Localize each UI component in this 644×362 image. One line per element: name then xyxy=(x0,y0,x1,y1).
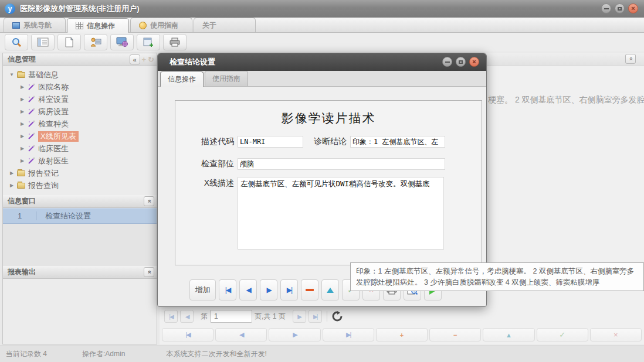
close-icon: × xyxy=(472,59,476,65)
dialog-last-button[interactable]: ▶| xyxy=(280,279,298,300)
maximize-icon xyxy=(618,7,622,11)
tree-label: 科室设置 xyxy=(38,94,69,105)
dialog-close-button[interactable]: × xyxy=(469,57,479,67)
record-first-button[interactable]: |◀ xyxy=(162,328,213,341)
record-prev-button[interactable]: ◀ xyxy=(215,328,267,341)
chevron-up-icon: » xyxy=(145,200,152,203)
tab-user-guide[interactable]: 使用指南 xyxy=(130,18,192,32)
conclusion-input[interactable] xyxy=(350,136,445,148)
tree-label: 医院名称 xyxy=(38,82,69,93)
expand-arrow-icon[interactable]: ▶ xyxy=(19,109,25,114)
minimize-icon xyxy=(604,8,609,9)
pager-first-button[interactable]: |◀ xyxy=(164,310,178,323)
collapse-section-button[interactable]: » xyxy=(144,267,154,277)
main-toolbar xyxy=(0,33,644,52)
tree-label: 病房设置 xyxy=(38,107,69,117)
pager-prev-button[interactable]: ◀ xyxy=(180,310,194,323)
record-confirm-button[interactable]: ✓ xyxy=(537,328,588,341)
tree-item-hospital-name[interactable]: ▶ 医院名称 xyxy=(3,81,157,93)
tree-item-report-query[interactable]: ▶ 报告查询 xyxy=(3,179,157,192)
record-last-button[interactable]: ▶| xyxy=(323,328,374,341)
expand-arrow-icon[interactable]: ▶ xyxy=(9,170,15,176)
app-title: 医院影像放射管理系统(非注册用户) xyxy=(20,4,140,14)
tree-item-xray-findings[interactable]: ▶ X线所见表 xyxy=(3,130,157,142)
dialog-delete-button[interactable] xyxy=(301,279,318,300)
expand-arrow-icon[interactable]: ▶ xyxy=(9,183,15,188)
tab-system-nav[interactable]: 系统导航 xyxy=(4,18,66,32)
add-record-button[interactable]: 增加 xyxy=(189,279,216,300)
minimize-icon xyxy=(445,62,450,63)
expand-arrow-icon[interactable]: ▶ xyxy=(19,121,25,127)
monitor-globe-button[interactable] xyxy=(110,34,134,50)
collapse-panel-button[interactable]: « xyxy=(130,54,140,64)
expand-arrow-icon[interactable]: ▼ xyxy=(9,72,15,77)
dialog-next-button[interactable]: ▶ xyxy=(260,279,277,300)
pager-last-button[interactable]: ▶| xyxy=(309,310,322,323)
info-window-row[interactable]: 1 检查结论设置 xyxy=(3,208,157,224)
printer-button[interactable] xyxy=(163,34,187,50)
search-icon xyxy=(11,37,22,47)
tree-label: 临床医生 xyxy=(38,144,69,154)
dialog-edit-button[interactable] xyxy=(321,279,339,300)
info-mgmt-header: 信息管理 « + ↻ xyxy=(3,53,157,66)
dialog-titlebar[interactable]: 检查结论设置 × xyxy=(158,53,486,71)
xray-desc-textarea[interactable]: 左侧基底节区、左额可见片状DWI稍高信号改变。双侧基底 xyxy=(238,177,444,250)
expand-arrow-icon[interactable]: ▶ xyxy=(19,84,25,90)
refresh-icon[interactable]: ↻ xyxy=(148,55,154,64)
add-icon[interactable]: + xyxy=(142,55,147,64)
expand-arrow-icon[interactable]: ▶ xyxy=(19,97,25,102)
dialog-minimize-button[interactable] xyxy=(442,57,452,67)
record-edit-button[interactable]: ▲ xyxy=(483,328,534,341)
dialog-tab-info-operation[interactable]: 信息操作 xyxy=(160,71,204,87)
expand-arrow-icon[interactable]: ▶ xyxy=(19,158,25,163)
search-button[interactable] xyxy=(5,34,28,50)
minimize-button[interactable] xyxy=(601,4,611,13)
dialog-prev-button[interactable]: ◀ xyxy=(239,279,257,300)
tree-item-clinical-doctor[interactable]: ▶ 临床医生 xyxy=(3,142,157,155)
tree-item-dept-setting[interactable]: ▶ 科室设置 xyxy=(3,93,157,105)
dialog-tab-user-guide[interactable]: 使用指南 xyxy=(205,71,248,86)
add-window-button[interactable] xyxy=(137,34,160,50)
dialog-first-button[interactable]: |◀ xyxy=(219,279,236,300)
tab-label: 系统导航 xyxy=(23,21,52,30)
record-delete-button[interactable]: − xyxy=(429,328,481,341)
record-cancel-button[interactable]: × xyxy=(590,328,642,341)
user-report-button[interactable] xyxy=(84,34,107,50)
close-button[interactable]: × xyxy=(628,4,638,13)
pager-next-button[interactable]: ▶ xyxy=(293,310,306,323)
maximize-button[interactable] xyxy=(615,4,625,13)
dialog-title: 检查结论设置 xyxy=(170,57,215,67)
tree-item-basic-info[interactable]: ▼ 基础信息 xyxy=(3,69,157,81)
form-list-button[interactable] xyxy=(31,34,55,50)
wand-icon xyxy=(28,95,35,103)
report-output-header: 报表输出 » xyxy=(3,266,157,279)
prev-icon: ◀ xyxy=(246,286,250,294)
tree-item-radiology-doctor[interactable]: ▶ 放射医生 xyxy=(3,155,157,167)
close-icon: × xyxy=(631,5,635,12)
tree-item-ward-setting[interactable]: ▶ 病房设置 xyxy=(3,105,157,118)
page-number-input[interactable] xyxy=(210,310,252,323)
desc-code-input[interactable] xyxy=(238,136,303,148)
tree-item-report-register[interactable]: ▶ 报告登记 xyxy=(3,167,157,179)
record-add-button[interactable]: + xyxy=(376,328,428,341)
tree-item-exam-type[interactable]: ▶ 检查种类 xyxy=(3,118,157,130)
document-button[interactable] xyxy=(57,34,81,50)
form-list-icon xyxy=(37,37,49,47)
app-titlebar: y 医院影像放射管理系统(非注册用户) × xyxy=(0,0,644,18)
tab-about[interactable]: 关于 xyxy=(194,18,256,32)
tree-label: 检查种类 xyxy=(38,119,69,129)
refresh-icon[interactable] xyxy=(332,311,343,322)
info-window-empty xyxy=(3,224,157,266)
chevron-up-icon: » xyxy=(145,271,152,274)
collapse-content-button[interactable]: » xyxy=(625,54,636,64)
expand-arrow-icon[interactable]: ▶ xyxy=(19,134,25,139)
collapse-section-button[interactable]: » xyxy=(144,196,154,206)
expand-arrow-icon[interactable]: ▶ xyxy=(19,146,25,151)
tab-info-operation[interactable]: 信息操作 xyxy=(67,18,129,33)
wand-icon xyxy=(28,108,35,115)
body-part-input[interactable] xyxy=(238,158,445,170)
record-next-button[interactable]: ▶ xyxy=(269,328,320,341)
report-output-empty xyxy=(3,276,157,344)
dialog-maximize-button[interactable] xyxy=(456,57,466,67)
operator-label: 操作者:Admin xyxy=(82,349,125,359)
